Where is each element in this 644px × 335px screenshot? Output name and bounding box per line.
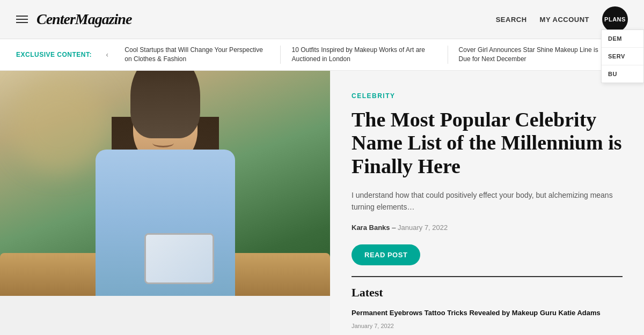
author-date: January 7, 2022	[398, 224, 448, 232]
hero-photo	[0, 71, 330, 296]
hair	[130, 71, 200, 138]
hero-title: The Most Popular Celebrity Name List of …	[352, 108, 623, 178]
author-line: Kara Banks – January 7, 2022	[352, 224, 623, 232]
header-right: SEARCH MY ACCOUNT PLANS	[496, 6, 628, 32]
exclusive-label: EXCLUSIVE CONTENT:	[16, 51, 92, 58]
hero-text-panel: CELEBRITY The Most Popular Celebrity Nam…	[330, 71, 644, 335]
main-content: CELEBRITY The Most Popular Celebrity Nam…	[0, 71, 644, 335]
read-post-button[interactable]: READ POST	[352, 244, 420, 265]
search-nav[interactable]: SEARCH	[496, 16, 527, 24]
author-separator: –	[392, 224, 398, 232]
latest-panel: Latest Permanent Eyebrows Tattoo Tricks …	[352, 276, 623, 329]
hero-section: CELEBRITY The Most Popular Celebrity Nam…	[0, 71, 644, 335]
header-left: CenterMagazine	[16, 11, 131, 28]
latest-article-date: January 7, 2022	[352, 323, 623, 329]
dropdown-item-1[interactable]: DEM	[602, 30, 643, 48]
header: CenterMagazine SEARCH MY ACCOUNT PLANS	[0, 0, 644, 39]
category-tag[interactable]: CELEBRITY	[352, 92, 623, 100]
tablet	[144, 233, 214, 284]
author-name[interactable]: Kara Banks	[352, 224, 390, 232]
ticker-item-1[interactable]: Cool Startups that Will Change Your Pers…	[114, 46, 280, 64]
dropdown-item-3[interactable]: BU	[602, 65, 643, 83]
account-nav[interactable]: MY ACCOUNT	[540, 16, 589, 24]
dropdown-menu: DEM SERV BU	[601, 29, 644, 83]
plans-button[interactable]: PLANS	[602, 6, 628, 32]
dropdown-item-2[interactable]: SERV	[602, 48, 643, 65]
ticker-prev-arrow[interactable]: ‹	[100, 50, 114, 59]
site-logo[interactable]: CenterMagazine	[36, 11, 131, 28]
latest-title: Latest	[352, 286, 623, 300]
latest-panel-wrapper: Latest Permanent Eyebrows Tattoo Tricks …	[352, 276, 623, 329]
hero-excerpt: I understand how that could positively e…	[352, 189, 623, 213]
hero-image	[0, 71, 330, 296]
hamburger-menu[interactable]	[16, 16, 28, 23]
photo-blur	[11, 76, 107, 173]
shirt	[96, 150, 235, 296]
ticker-item-2[interactable]: 10 Outfits Inspired by Makeup Works of A…	[280, 46, 447, 64]
ticker-bar: EXCLUSIVE CONTENT: ‹ Cool Startups that …	[0, 39, 644, 71]
latest-article-title[interactable]: Permanent Eyebrows Tattoo Tricks Reveale…	[352, 308, 623, 318]
ticker-items: Cool Startups that Will Change Your Pers…	[114, 46, 614, 64]
ticker-item-3[interactable]: Cover Girl Announces Star Shine Makeup L…	[448, 46, 614, 64]
